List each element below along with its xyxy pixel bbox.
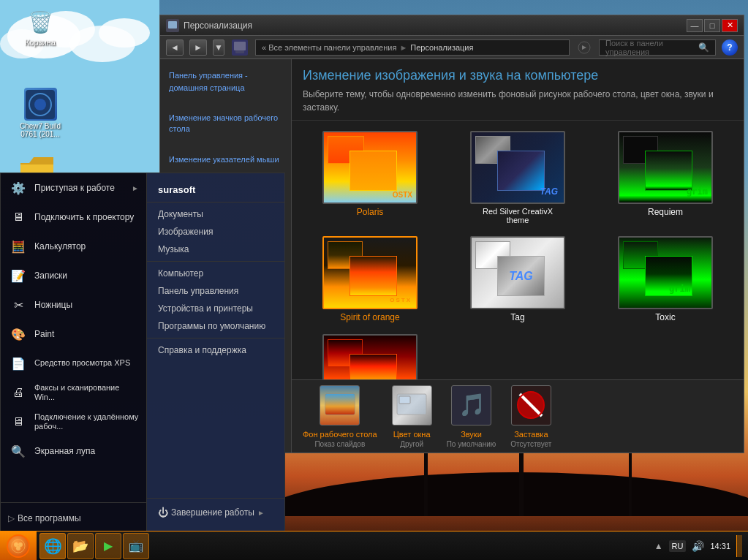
search-icon: 🔍 [698, 42, 709, 53]
menu-item-paint[interactable]: 🎨 Paint [1, 319, 146, 349]
separator2 [147, 261, 284, 262]
language-indicator[interactable]: RU [669, 540, 687, 552]
scissors-label: Ножницы [34, 300, 139, 310]
taskbar-folder-icon[interactable]: 📂 [67, 533, 94, 559]
theme-requiem[interactable]: grim Requiem [594, 128, 736, 227]
home-link[interactable]: Панель управления - домашняя страница [167, 67, 284, 97]
shutdown-item[interactable]: ⏻ Завершение работы ► [154, 504, 268, 521]
svg-point-26 [34, 99, 46, 110]
right-default-programs[interactable]: Программы по умолчанию [147, 317, 284, 335]
color-sublabel: Другой [400, 440, 423, 448]
window-title: Персонализация [184, 20, 252, 31]
menu-item-magnify[interactable]: 🔍 Экранная лупа [1, 436, 146, 466]
color-icon [392, 385, 432, 425]
xps-label: Средство просмотра XPS [34, 358, 139, 368]
maximize-button[interactable]: □ [704, 19, 720, 32]
theme-win7flame-preview [322, 334, 418, 379]
taskbar-media-icon[interactable]: ▶ [95, 533, 121, 559]
theme-polaris[interactable]: OSTX Polaris [299, 128, 441, 227]
all-programs-item[interactable]: ▷ Все программы [8, 510, 81, 526]
notes-icon: 📝 [8, 265, 29, 286]
menu-item-calc[interactable]: 🧮 Калькулятор [1, 232, 146, 261]
theme-tag-label: Tag [510, 312, 524, 322]
theme-tag[interactable]: TAG Tag [447, 233, 589, 325]
search-box[interactable]: Поиск в панели управления 🔍 [599, 39, 716, 56]
close-button[interactable]: ✕ [722, 19, 738, 32]
theme-toxic-preview: grim [618, 236, 713, 309]
show-desktop-icon[interactable] [736, 535, 742, 557]
menu-item-remote[interactable]: 🖥 Подключение к удалённому рабоч... [1, 407, 146, 436]
svg-point-20 [99, 18, 150, 48]
right-music[interactable]: Музыка [147, 241, 284, 258]
taskbar-ie-icon[interactable]: 🌐 [39, 533, 66, 559]
svg-point-45 [16, 546, 20, 550]
volume-icon[interactable]: 🔊 [692, 540, 704, 552]
back-button[interactable]: ◄ [166, 39, 184, 56]
screensaver-label: Заставка [514, 430, 548, 439]
chew7-icon[interactable]: Chew7 Build0761 (201... [11, 88, 69, 138]
start-button[interactable] [0, 531, 37, 561]
language-text: RU [672, 542, 684, 550]
color-item[interactable]: Цвет окна Другой [392, 385, 432, 448]
theme-requiem-label: Requiem [648, 207, 683, 217]
sounds-item[interactable]: 🎵 Звуки По умолчанию [447, 385, 496, 448]
start-orb [7, 534, 30, 558]
menu-item-xps[interactable]: 📄 Средство просмотра XPS [1, 349, 146, 378]
svg-rect-30 [234, 42, 246, 50]
start-footer: ▷ Все программы [1, 506, 146, 531]
main-title: Изменение изображения и звука на компьют… [303, 68, 733, 83]
chew7-label: Chew7 Build0761 (201... [20, 122, 61, 138]
separator [1, 502, 146, 503]
address-current: Персонализация [410, 43, 473, 52]
wallpaper-item[interactable]: Фон рабочего стола Показ слайдов [303, 385, 377, 448]
taskbar-tv-icon[interactable]: 📺 [123, 533, 149, 559]
minimize-button[interactable]: — [687, 19, 703, 32]
fax-label: Факсы и сканирование Win... [34, 383, 139, 402]
projector-label: Подключить к проектору [34, 212, 139, 222]
forward-button[interactable]: ► [189, 39, 207, 56]
right-computer[interactable]: Компьютер [147, 265, 284, 282]
notes-label: Записки [34, 270, 139, 281]
theme-spirit[interactable]: OSTX Spirit of orange [299, 233, 441, 325]
separator3 [147, 338, 284, 338]
shutdown-icon: ⏻ [158, 507, 168, 518]
right-control-panel[interactable]: Панель управления [147, 282, 284, 300]
menu-item-fax[interactable]: 🖨 Факсы и сканирование Win... [1, 378, 146, 407]
menu-item-scissors[interactable]: ✂ Ножницы [1, 290, 146, 319]
start-menu-right-panel: surasoft Документы Изображения Музыка Ко… [147, 173, 284, 531]
start-icon: ⚙️ [8, 178, 29, 198]
svg-rect-28 [168, 21, 177, 29]
right-devices[interactable]: Устройства и принтеры [147, 300, 284, 317]
separator [147, 202, 284, 203]
tray-icon-1: ▲ [654, 541, 663, 551]
right-images[interactable]: Изображения [147, 223, 284, 241]
theme-redsilver-preview: TAG [470, 131, 565, 204]
right-docs[interactable]: Документы [147, 205, 284, 223]
menu-item-projector[interactable]: 🖥 Подключить к проектору [1, 203, 146, 232]
theme-redsilver[interactable]: TAG Red Silver CreativXtheme [447, 128, 589, 227]
help-button[interactable]: ? [722, 39, 738, 56]
window-controls: — □ ✕ [687, 19, 738, 32]
theme-redsilver-label: Red Silver CreativXtheme [483, 207, 553, 224]
right-help[interactable]: Справка и поддержка [147, 341, 284, 359]
menu-item-notes[interactable]: 📝 Записки [1, 261, 146, 290]
magnify-label: Экранная лупа [34, 446, 139, 456]
theme-toxic[interactable]: grim Toxic [594, 233, 736, 325]
svg-point-0 [278, 472, 748, 516]
menu-item-start[interactable]: ⚙️ Приступая к работе ► [1, 173, 146, 203]
change-mouse-link[interactable]: Изменение указателей мыши [167, 151, 284, 168]
recycle-bin-icon[interactable]: 🗑️ Корзина [15, 7, 66, 47]
paint-label: Paint [34, 329, 139, 339]
theme-win7flame[interactable]: Win7 flame theme [299, 331, 441, 379]
screensaver-item[interactable]: Заставка Отсутствует [510, 385, 551, 448]
right-username: surasoft [147, 181, 284, 199]
paint-icon: 🎨 [8, 324, 29, 344]
address-path[interactable]: « Все элементы панели управления ► Персо… [255, 39, 570, 56]
chew7-image [24, 88, 57, 121]
change-icons-link[interactable]: Изменение значков рабочего стола [167, 110, 284, 138]
theme-tag-preview: TAG [470, 236, 565, 309]
svg-rect-37 [399, 396, 410, 404]
recent-pages-button[interactable]: ▼ [213, 39, 224, 56]
recycle-bin-label: Корзина [25, 38, 56, 47]
fax-icon: 🖨 [8, 382, 29, 403]
